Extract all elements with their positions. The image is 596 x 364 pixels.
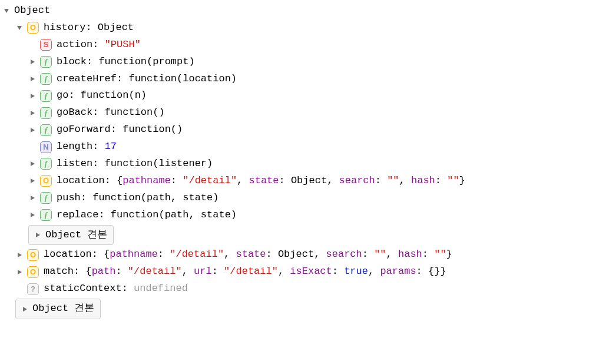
prop-type: Object <box>98 19 134 37</box>
object-badge-icon: O <box>27 266 39 278</box>
undefined-badge-icon: ? <box>27 283 39 295</box>
obj-val: "" <box>434 246 446 263</box>
tree-row-root[interactable]: Object <box>2 2 594 19</box>
obj-val: "/detail" <box>224 263 278 280</box>
tree-row-push[interactable]: f push: function(path, state) <box>2 190 594 207</box>
tree-row-history-location[interactable]: O location: { pathname: "/detail", state… <box>2 173 594 190</box>
tree-row-location[interactable]: O location: { pathname: "/detail", state… <box>2 246 594 263</box>
function-badge-icon: f <box>40 158 52 170</box>
tree-row-match[interactable]: O match: { path: "/detail", url: "/detai… <box>2 263 594 280</box>
chevron-right-icon[interactable] <box>28 75 37 83</box>
obj-key: state <box>236 246 266 263</box>
obj-key: state <box>249 173 279 190</box>
chevron-right-icon[interactable] <box>28 126 37 134</box>
chevron-down-icon[interactable] <box>2 6 11 15</box>
obj-val: "/detail" <box>128 263 182 280</box>
number-badge-icon: N <box>40 141 52 153</box>
chevron-right-icon <box>34 231 42 239</box>
chevron-right-icon[interactable] <box>28 160 37 168</box>
obj-val: "" <box>374 246 386 263</box>
prop-key: action <box>57 37 92 54</box>
tree-row-root-proto: Object 견본 <box>2 297 594 320</box>
tree-row-go[interactable]: f go: function(n) <box>2 87 594 104</box>
obj-val: "/detail" <box>170 246 224 263</box>
chevron-right-icon[interactable] <box>28 194 37 202</box>
chevron-right-icon <box>21 305 29 313</box>
obj-key: search <box>339 173 375 190</box>
function-badge-icon: f <box>40 124 52 136</box>
prototype-button[interactable]: Object 견본 <box>15 299 101 319</box>
prop-value: function(path, state) <box>111 207 237 224</box>
chevron-right-icon[interactable] <box>28 92 37 100</box>
root-label: Object <box>14 2 50 19</box>
obj-key: pathname <box>110 246 158 263</box>
obj-key: hash <box>411 173 435 190</box>
prop-value: function() <box>105 104 165 121</box>
obj-key: url <box>194 263 212 280</box>
spacer <box>28 143 37 151</box>
obj-val: "" <box>447 173 459 190</box>
prop-key: location <box>57 173 105 190</box>
prototype-button[interactable]: Object 견본 <box>28 225 114 246</box>
tree-row-goforward[interactable]: f goForward: function() <box>2 121 594 138</box>
chevron-right-icon[interactable] <box>28 58 37 66</box>
obj-key: isExact <box>290 263 332 280</box>
function-badge-icon: f <box>40 107 52 119</box>
tree-row-action[interactable]: S action: "PUSH" <box>2 37 594 54</box>
object-badge-icon: O <box>27 249 39 261</box>
tree-row-createhref[interactable]: f createHref: function(location) <box>2 71 594 88</box>
prototype-label: Object 견본 <box>32 300 94 317</box>
tree-row-history-proto: Object 견본 <box>2 224 594 247</box>
prop-key: goBack <box>57 104 92 121</box>
obj-val: "/detail" <box>183 173 237 190</box>
prop-key: length <box>57 138 92 155</box>
prop-key: replace <box>57 207 98 224</box>
chevron-right-icon[interactable] <box>15 251 24 259</box>
prop-key: block <box>57 54 87 71</box>
obj-val: {} <box>428 263 440 280</box>
spacer <box>28 41 37 49</box>
chevron-right-icon[interactable] <box>28 177 37 185</box>
obj-key: hash <box>398 246 422 263</box>
prop-key: history <box>44 19 85 37</box>
prototype-label: Object 견본 <box>45 227 107 244</box>
prop-value: function(listener) <box>105 155 213 173</box>
tree-row-staticcontext[interactable]: ? staticContext: undefined <box>2 280 594 297</box>
function-badge-icon: f <box>40 209 52 221</box>
object-badge-icon: O <box>27 22 39 34</box>
chevron-down-icon[interactable] <box>15 24 24 32</box>
tree-row-listen[interactable]: f listen: function(listener) <box>2 155 594 173</box>
object-badge-icon: O <box>40 175 52 187</box>
prop-key: listen <box>57 155 92 173</box>
prop-value: function() <box>122 121 183 138</box>
string-badge-icon: S <box>40 39 52 51</box>
function-badge-icon: f <box>40 90 52 102</box>
obj-key: search <box>326 246 362 263</box>
obj-val: Object <box>278 246 314 263</box>
obj-val: Object <box>291 173 327 190</box>
tree-row-replace[interactable]: f replace: function(path, state) <box>2 207 594 224</box>
prop-value: function(prompt) <box>98 54 194 71</box>
chevron-right-icon[interactable] <box>15 268 24 276</box>
obj-val: "" <box>387 173 399 190</box>
function-badge-icon: f <box>40 73 52 85</box>
tree-row-block[interactable]: f block: function(prompt) <box>2 54 594 71</box>
prop-value: undefined <box>134 280 188 297</box>
tree-row-history[interactable]: O history: Object <box>2 19 594 37</box>
prop-key: goForward <box>57 121 111 138</box>
chevron-right-icon[interactable] <box>28 109 37 117</box>
prop-key: go <box>57 87 68 104</box>
prop-value: function(location) <box>128 71 237 88</box>
obj-val: true <box>344 263 368 280</box>
tree-row-goback[interactable]: f goBack: function() <box>2 104 594 121</box>
tree-row-length[interactable]: N length: 17 <box>2 138 594 155</box>
prop-value: "PUSH" <box>105 37 141 54</box>
prop-key: location <box>44 246 92 263</box>
prop-key: match <box>44 263 74 280</box>
obj-key: params <box>380 263 416 280</box>
obj-key: path <box>92 263 116 280</box>
chevron-right-icon[interactable] <box>28 211 37 219</box>
prop-key: staticContext <box>44 280 122 297</box>
prop-key: push <box>57 190 81 207</box>
function-badge-icon: f <box>40 192 52 204</box>
